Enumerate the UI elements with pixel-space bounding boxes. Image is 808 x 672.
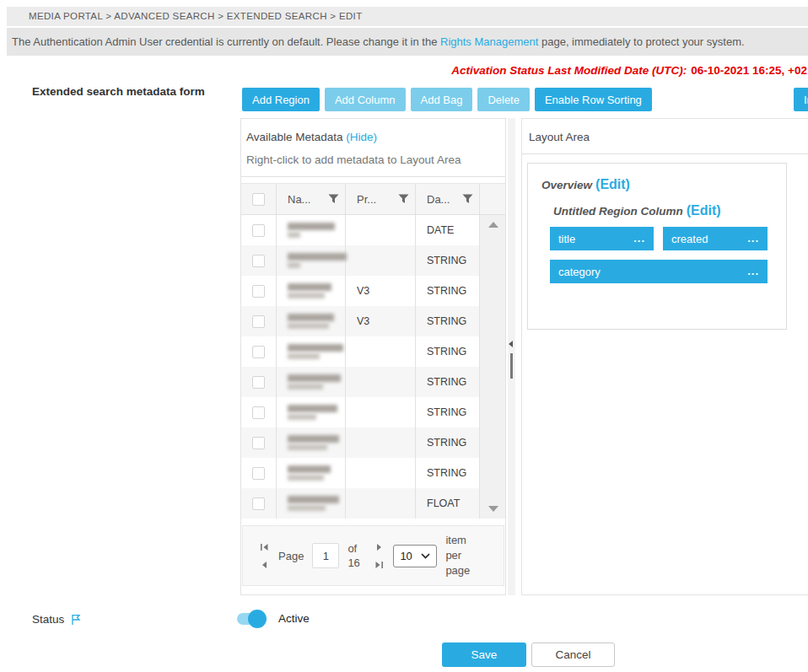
row-checkbox[interactable] (252, 497, 265, 510)
row-checkbox[interactable] (252, 224, 265, 237)
metadata-datatype: FLOAT (416, 488, 480, 519)
table-row[interactable]: V3 STRING (241, 276, 505, 306)
page-size-select[interactable]: 10 (393, 545, 437, 567)
metadata-grid: Na... Pr... Da... DATE (241, 183, 505, 586)
prev-page-icon[interactable] (258, 560, 270, 570)
table-row[interactable]: FLOAT (241, 488, 505, 519)
hide-link[interactable]: (Hide) (346, 131, 377, 143)
metadata-prefix (346, 215, 416, 245)
row-checkbox[interactable] (252, 346, 265, 358)
table-row[interactable]: STRING (241, 336, 505, 367)
right-click-hint: Right-click to add metadata to Layout Ar… (241, 153, 505, 177)
page-of-total: of 16 (347, 541, 364, 570)
chip-created[interactable]: created ... (663, 227, 768, 250)
column-header-datatype[interactable]: Da... (427, 193, 450, 206)
page-label: Page (278, 550, 304, 562)
row-checkbox[interactable] (252, 406, 265, 419)
add-bag-button[interactable]: Add Bag (411, 88, 473, 111)
grid-pager: Page of 16 10 item per page (242, 525, 504, 586)
page-number-input[interactable] (312, 543, 339, 568)
rights-management-link[interactable]: Rights Management (440, 35, 538, 48)
table-row[interactable]: STRING (241, 367, 505, 397)
page-size-value: 10 (400, 550, 412, 562)
overview-edit-link[interactable]: (Edit) (595, 177, 630, 191)
divider (522, 153, 808, 154)
chip-category[interactable]: category ... (550, 260, 768, 283)
chip-label: created (671, 233, 708, 245)
metadata-datatype: STRING (416, 427, 480, 458)
table-row[interactable]: STRING (241, 245, 505, 276)
chip-menu-icon[interactable]: ... (747, 269, 759, 274)
table-row[interactable]: STRING (241, 397, 505, 427)
metadata-name-redacted (277, 336, 346, 367)
region-column-label: Untitled Region Column (553, 205, 683, 218)
layout-chips: title ... created ... category ... (550, 227, 768, 283)
table-row[interactable]: STRING (241, 427, 505, 458)
metadata-name-redacted (277, 397, 346, 427)
first-page-icon[interactable] (258, 542, 270, 552)
available-metadata-title: Available Metadata (246, 131, 343, 143)
save-button[interactable]: Save (442, 642, 526, 667)
scroll-up-icon[interactable] (488, 222, 498, 228)
filter-icon[interactable] (462, 194, 473, 204)
warning-text-before: The Authentication Admin User credential… (12, 35, 440, 48)
cancel-button[interactable]: Cancel (531, 642, 615, 667)
column-header-prefix[interactable]: Pr... (357, 193, 376, 206)
metadata-name-redacted (277, 306, 346, 336)
chip-menu-icon[interactable]: ... (747, 236, 759, 241)
collapse-left-icon[interactable] (509, 341, 513, 347)
metadata-prefix (346, 245, 416, 276)
delete-button[interactable]: Delete (477, 88, 530, 111)
metadata-datatype: STRING (416, 367, 480, 397)
splitter-drag-handle[interactable] (510, 353, 513, 379)
table-row[interactable]: STRING (241, 458, 505, 488)
metadata-name-redacted (277, 245, 346, 276)
row-checkbox[interactable] (252, 255, 265, 267)
chip-label: title (558, 233, 575, 245)
table-row[interactable]: DATE (241, 215, 505, 245)
row-checkbox[interactable] (252, 285, 265, 298)
metadata-name-redacted (277, 276, 346, 306)
filter-icon[interactable] (328, 194, 339, 204)
layout-canvas[interactable]: Overview(Edit) Untitled Region Column(Ed… (527, 163, 787, 330)
metadata-datatype: STRING (416, 306, 480, 336)
clipped-toolbar-button[interactable]: In (794, 88, 808, 111)
row-checkbox[interactable] (252, 376, 265, 389)
flag-icon (70, 614, 82, 626)
metadata-name-redacted (277, 458, 346, 488)
layout-area-title: Layout Area (529, 131, 808, 143)
status-label: Status (32, 613, 82, 626)
row-checkbox[interactable] (252, 437, 265, 449)
filter-icon[interactable] (398, 194, 409, 204)
metadata-datatype: STRING (416, 276, 480, 306)
add-column-button[interactable]: Add Column (325, 88, 406, 111)
row-checkbox[interactable] (252, 467, 265, 480)
grid-header: Na... Pr... Da... (241, 183, 505, 215)
metadata-prefix: V3 (346, 306, 416, 336)
last-page-icon[interactable] (373, 560, 385, 570)
activation-status-label: Activation Status Last Modified Date (UT… (451, 64, 687, 77)
next-page-icon[interactable] (373, 542, 385, 552)
available-metadata-panel: Available Metadata (Hide) Right-click to… (240, 118, 506, 595)
panel-splitter[interactable] (508, 118, 515, 595)
table-row[interactable]: V3 STRING (241, 306, 505, 336)
metadata-datatype: STRING (416, 397, 480, 427)
activation-status-line: Activation Status Last Modified Date (UT… (451, 64, 807, 77)
metadata-datatype: STRING (416, 336, 480, 367)
toggle-knob[interactable] (248, 610, 267, 628)
enable-row-sorting-button[interactable]: Enable Row Sorting (535, 88, 652, 111)
select-all-checkbox[interactable] (252, 193, 265, 206)
row-checkbox[interactable] (252, 315, 265, 328)
chip-title[interactable]: title ... (550, 227, 654, 250)
region-edit-link[interactable]: (Edit) (687, 203, 721, 218)
metadata-prefix: V3 (346, 276, 416, 306)
metadata-name-redacted (277, 427, 346, 458)
chip-menu-icon[interactable]: ... (633, 236, 645, 241)
column-header-name[interactable]: Na... (288, 193, 310, 206)
scroll-down-icon[interactable] (488, 506, 498, 512)
status-toggle[interactable] (237, 613, 264, 625)
add-region-button[interactable]: Add Region (242, 88, 320, 111)
metadata-datatype: STRING (416, 245, 480, 276)
metadata-prefix (346, 488, 416, 519)
metadata-datatype: STRING (416, 458, 480, 488)
